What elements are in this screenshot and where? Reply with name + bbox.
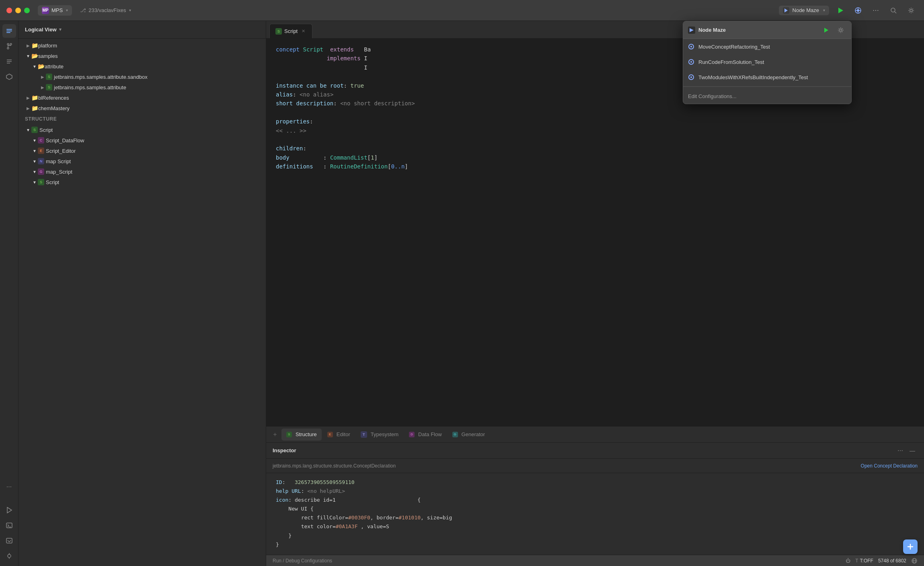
bottom-tab-editor[interactable]: E Editor	[322, 429, 355, 441]
samples-label: samples	[38, 53, 57, 59]
t-off-status[interactable]: T T:OFF	[855, 558, 873, 564]
app-chevron-icon: ▾	[66, 8, 68, 12]
breadcrumb-path: jetbrains.mps.lang.structure.structure.C…	[273, 463, 396, 469]
tree-item-script-root[interactable]: ▼ S Script	[18, 125, 266, 135]
map-script-icon: N	[38, 158, 44, 164]
tree-item-script-dataflow[interactable]: ▼ C Script_DataFlow	[18, 135, 266, 146]
script-dataflow-icon: C	[38, 137, 44, 144]
dropdown-settings-button[interactable]	[835, 25, 846, 36]
sidebar-icon-run[interactable]	[2, 503, 16, 517]
sidebar-icon-more[interactable]: ···	[2, 480, 16, 494]
dropdown-item-3[interactable]: TwoModulesWithXRefsBuiltIndependently_Te…	[683, 70, 851, 85]
code-line-12: children:	[276, 144, 914, 153]
dropdown-title: Node Maze	[698, 27, 817, 33]
chemmastery-folder-icon: 📁	[31, 105, 38, 111]
run-config-icon	[783, 7, 789, 14]
branch-chevron-icon: ▾	[129, 8, 131, 12]
structure-tab-label: Structure	[296, 431, 317, 437]
config-item-1-icon	[688, 43, 694, 50]
tab-close-button[interactable]: ✕	[300, 28, 306, 35]
dropdown-item-2[interactable]: RunCodeFromSolution_Test	[683, 54, 851, 70]
run-button[interactable]	[834, 4, 847, 17]
config-item-2-icon	[688, 59, 694, 65]
code-line-14: definitions : RoutineDefinition[0..n]	[276, 162, 914, 171]
sidebar-icon-terminal[interactable]	[2, 519, 16, 532]
script-root-icon: S	[31, 127, 38, 133]
sidebar-icon-git[interactable]	[2, 39, 16, 53]
inspector-breadcrumb: jetbrains.mps.lang.structure.structure.C…	[266, 459, 924, 473]
config-item-3-icon	[688, 74, 694, 80]
run-config-selector[interactable]: Node Maze ▾	[779, 6, 829, 15]
tree-item-script-editor[interactable]: ▼ E Script_Editor	[18, 146, 266, 156]
power-status[interactable]: ⏻	[846, 558, 850, 564]
minimize-button[interactable]	[15, 8, 21, 13]
tree-item-attr-file[interactable]: ▶ S jetbrains.mps.samples.attribute	[18, 82, 266, 92]
script-root-chevron-icon: ▼	[25, 128, 31, 132]
inspector-more-button[interactable]: ⋯	[895, 445, 906, 456]
editor-tab-icon: E	[327, 432, 333, 437]
bottom-tab-dataflow[interactable]: D Data Flow	[404, 429, 447, 441]
bottom-tab-typesystem[interactable]: T Typesystem	[356, 429, 403, 441]
code-line-11	[276, 135, 914, 144]
svg-rect-23	[6, 538, 12, 543]
run-config-chevron-icon: ▾	[823, 8, 825, 12]
sandbox-label: jetbrains.mps.samples.attribute.sandbox	[54, 74, 148, 80]
file-tree: ▶ 📁 platform ▼ 📂 samples ▼ 📂 attribute	[18, 39, 266, 566]
debug-button[interactable]	[852, 4, 864, 17]
maximize-button[interactable]	[24, 8, 30, 13]
tree-item-attribute[interactable]: ▼ 📂 attribute	[18, 61, 266, 72]
edit-configurations-item[interactable]: Edit Configurations...	[683, 88, 851, 104]
sidebar-icon-structure[interactable]	[2, 55, 16, 68]
platform-label: platform	[38, 43, 57, 49]
lang-status[interactable]	[911, 558, 918, 564]
tree-item-blreferences[interactable]: ▶ 📁 blReferences	[18, 92, 266, 103]
editor-tab-label: Editor	[337, 431, 350, 437]
inspector-actions: ⋯ —	[895, 445, 918, 456]
sidebar-icon-plugins[interactable]	[2, 70, 16, 84]
script-dataflow-chevron-icon: ▼	[31, 138, 38, 143]
bottom-tab-structure[interactable]: S Structure	[281, 429, 322, 441]
settings-button[interactable]	[905, 4, 918, 17]
logical-view-chevron-icon: ▾	[59, 27, 62, 32]
sidebar-icon-vcs[interactable]	[2, 549, 16, 563]
sidebar-icons: ···	[0, 21, 18, 566]
tree-item-map-script[interactable]: ▼ N map Script	[18, 156, 266, 166]
inspector-minimize-button[interactable]: —	[907, 445, 918, 456]
dropdown-item-1[interactable]: MoveConceptRefactoring_Test	[683, 39, 851, 54]
branch-icon: ⎇	[80, 7, 86, 13]
position-status: 5748 of 6802	[878, 558, 906, 564]
inspector-content[interactable]: ID: 3265739055509559110 help URL: <no he…	[266, 473, 924, 555]
tree-item-sandbox[interactable]: ▶ S jetbrains.mps.samples.attribute.sand…	[18, 72, 266, 82]
svg-rect-12	[6, 32, 10, 33]
attr-file-icon: S	[46, 84, 52, 90]
floating-action-button[interactable]	[903, 539, 918, 554]
tree-item-platform[interactable]: ▶ 📁 platform	[18, 40, 266, 51]
close-button[interactable]	[6, 8, 12, 13]
bottom-tab-generator[interactable]: G Generator	[448, 429, 490, 441]
dropdown-run-button[interactable]	[821, 25, 832, 36]
chemmastery-chevron-icon: ▶	[25, 106, 31, 111]
script-root-label: Script	[39, 127, 53, 133]
search-button[interactable]	[887, 4, 900, 17]
inspector-title: Inspector	[273, 447, 892, 453]
open-concept-link[interactable]: Open Concept Declaration	[861, 463, 918, 469]
tree-item-chemmastery[interactable]: ▶ 📁 chemMastery	[18, 103, 266, 113]
branch-selector[interactable]: ⎇ 233/vaclavFixes ▾	[80, 7, 131, 13]
app-selector[interactable]: MP MPS ▾	[38, 5, 72, 16]
tab-script[interactable]: S Script ✕	[269, 24, 312, 38]
sidebar-icon-logical-view[interactable]	[2, 24, 16, 38]
svg-point-14	[7, 47, 9, 49]
tree-item-samples[interactable]: ▼ 📂 samples	[18, 51, 266, 61]
samples-chevron-icon: ▼	[25, 54, 31, 58]
add-tab-button[interactable]: +	[269, 429, 281, 440]
dataflow-tab-label: Data Flow	[418, 431, 442, 437]
branch-name: 233/vaclavFixes	[88, 7, 126, 13]
tree-item-script2[interactable]: ▼ S Script	[18, 177, 266, 187]
sidebar-icon-console[interactable]	[2, 534, 16, 548]
inspector-line-3: icon: describe id=1 {	[276, 496, 914, 504]
tree-item-map-script2[interactable]: ▼ G map_Script	[18, 166, 266, 177]
code-line-13: body : CommandList[1]	[276, 153, 914, 162]
more-options-button[interactable]: ⋯	[869, 4, 882, 17]
svg-marker-1	[784, 8, 788, 12]
inspector-line-5: rect fillColor=#0030F0, border=#101010, …	[276, 513, 914, 522]
